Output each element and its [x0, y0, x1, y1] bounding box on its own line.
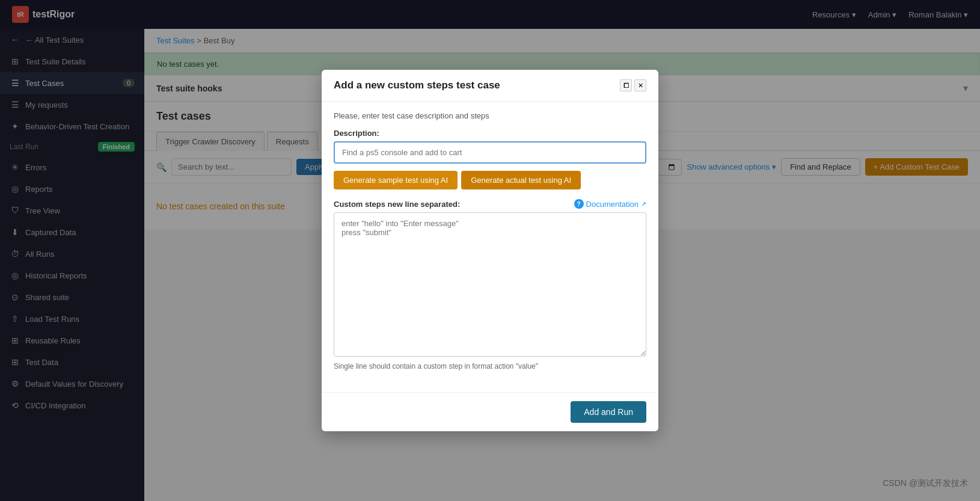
- description-input[interactable]: [334, 141, 646, 164]
- external-link-icon: ↗: [641, 200, 646, 208]
- modal-controls: ⧠ ✕: [620, 79, 646, 91]
- custom-steps-textarea[interactable]: [334, 212, 646, 357]
- steps-hint: Single line should contain a custom step…: [334, 362, 646, 370]
- modal-subtitle: Please, enter test case description and …: [334, 111, 646, 120]
- modal-body: Please, enter test case description and …: [322, 102, 658, 392]
- modal-close-button[interactable]: ✕: [634, 79, 646, 91]
- modal-title: Add a new custom steps test case: [334, 79, 500, 91]
- custom-steps-header: Custom steps new line separated: ? Docum…: [334, 199, 646, 209]
- documentation-link[interactable]: ? Documentation ↗: [574, 199, 646, 209]
- modal-footer: Add and Run: [322, 392, 658, 431]
- generate-sample-ai-button[interactable]: Generate sample test using AI: [334, 171, 458, 189]
- add-test-case-modal: Add a new custom steps test case ⧠ ✕ Ple…: [322, 70, 658, 431]
- modal-header: Add a new custom steps test case ⧠ ✕: [322, 70, 658, 102]
- description-label: Description:: [334, 129, 646, 138]
- generate-actual-ai-button[interactable]: Generate actual test using AI: [461, 171, 581, 189]
- add-and-run-button[interactable]: Add and Run: [571, 401, 646, 423]
- help-icon: ?: [574, 199, 584, 209]
- custom-steps-label: Custom steps new line separated:: [334, 200, 460, 209]
- modal-overlay[interactable]: Add a new custom steps test case ⧠ ✕ Ple…: [0, 0, 980, 501]
- ai-buttons: Generate sample test using AI Generate a…: [334, 171, 646, 189]
- modal-minimize-button[interactable]: ⧠: [620, 79, 632, 91]
